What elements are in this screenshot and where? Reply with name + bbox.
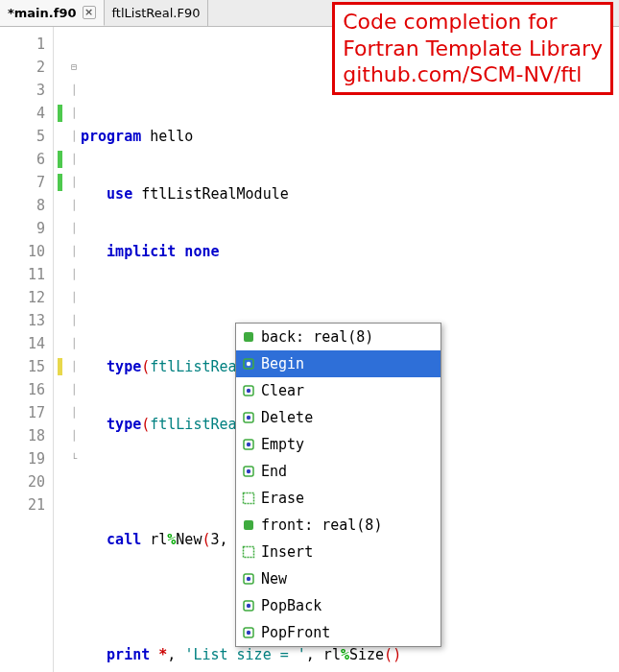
- kw-implicit: implicit none: [107, 243, 219, 260]
- completion-item[interactable]: front: real(8): [236, 512, 440, 539]
- line-number: 1: [0, 33, 53, 56]
- line-number: 11: [0, 263, 53, 286]
- svg-point-6: [247, 416, 250, 420]
- line-number: 18: [0, 424, 53, 447]
- line-number: 15: [0, 355, 53, 378]
- callout-line: github.com/SCM-NV/ftl: [343, 61, 603, 88]
- completion-label: End: [261, 463, 287, 480]
- completion-item[interactable]: Clear: [236, 377, 440, 404]
- line-number: 8: [0, 194, 53, 217]
- completion-item[interactable]: Insert: [236, 539, 440, 565]
- completion-item[interactable]: Begin: [236, 350, 440, 377]
- tab-label: *main.f90: [8, 6, 77, 20]
- svg-point-19: [247, 631, 250, 635]
- completion-label: Delete: [261, 409, 313, 426]
- completion-label: front: real(8): [261, 516, 382, 534]
- kw-program: program: [81, 128, 141, 145]
- line-number: 16: [0, 378, 53, 401]
- line-number: 5: [0, 125, 53, 148]
- completion-popup[interactable]: back: real(8)BeginClearDeleteEmptyEndEra…: [235, 323, 441, 647]
- line-number: 10: [0, 240, 53, 263]
- svg-rect-13: [244, 547, 254, 558]
- svg-rect-0: [244, 332, 253, 342]
- line-number: 14: [0, 332, 53, 355]
- completion-item[interactable]: Erase: [236, 485, 440, 512]
- svg-point-15: [247, 577, 250, 581]
- completion-item[interactable]: End: [236, 458, 440, 485]
- field-icon: [242, 330, 255, 344]
- svg-rect-12: [244, 520, 253, 530]
- completion-label: Empty: [261, 436, 304, 453]
- method-icon: [242, 465, 255, 478]
- line-number: 13: [0, 309, 53, 332]
- struct-icon: [242, 545, 255, 559]
- completion-label: Begin: [261, 355, 304, 372]
- completion-item[interactable]: PopBack: [236, 592, 440, 619]
- line-number: 17: [0, 401, 53, 424]
- line-number: 3: [0, 79, 53, 102]
- tab-label: ftlListReal.F90: [112, 6, 201, 20]
- method-icon: [242, 599, 255, 612]
- fold-gutter: ⊟ │ │ │ │ │ │ │ │ │ │ │ │ │ │ │ │ └: [67, 27, 81, 672]
- method-icon: [242, 411, 255, 424]
- tab-main[interactable]: *main.f90 ×: [0, 0, 105, 26]
- line-number: 9: [0, 217, 53, 240]
- completion-label: Clear: [261, 382, 304, 399]
- svg-point-4: [247, 389, 250, 393]
- completion-item[interactable]: Delete: [236, 404, 440, 431]
- line-number: 19: [0, 447, 53, 470]
- change-marker-icon: [58, 105, 62, 122]
- completion-label: Erase: [261, 490, 304, 507]
- completion-item[interactable]: New: [236, 565, 440, 592]
- svg-point-2: [247, 362, 250, 366]
- completion-label: Insert: [261, 543, 313, 561]
- method-icon: [242, 384, 255, 397]
- change-marker-icon: [58, 151, 62, 168]
- method-icon: [242, 438, 255, 451]
- line-number-gutter: 1 2 3 4 5 6 7 8 9 10 11 12 13 14 15 16 1…: [0, 27, 54, 672]
- completion-item[interactable]: Empty: [236, 431, 440, 458]
- change-markers: [54, 27, 67, 672]
- completion-label: PopBack: [261, 597, 321, 614]
- completion-label: back: real(8): [261, 328, 373, 346]
- callout-line: Fortran Template Library: [343, 36, 603, 62]
- kw-use: use: [107, 185, 132, 203]
- method-icon: [242, 626, 255, 639]
- completion-label: New: [261, 570, 287, 588]
- tab-ftllistreal[interactable]: ftlListReal.F90: [105, 0, 209, 26]
- completion-item[interactable]: back: real(8): [236, 324, 440, 350]
- line-number: 21: [0, 493, 53, 516]
- line-number: 12: [0, 286, 53, 309]
- line-number: 6: [0, 148, 53, 171]
- callout-line: Code completion for: [343, 9, 603, 36]
- line-number: 20: [0, 470, 53, 493]
- svg-point-10: [247, 469, 250, 473]
- svg-rect-11: [244, 493, 254, 504]
- field-icon: [242, 518, 255, 532]
- method-icon: [242, 357, 255, 371]
- method-icon: [242, 572, 255, 586]
- annotation-callout: Code completion for Fortran Template Lib…: [332, 2, 613, 95]
- svg-point-8: [247, 443, 250, 446]
- completion-item[interactable]: PopFront: [236, 619, 440, 646]
- close-icon[interactable]: ×: [83, 6, 96, 19]
- fold-toggle-icon[interactable]: ⊟: [67, 56, 81, 79]
- struct-icon: [242, 492, 255, 505]
- svg-point-17: [247, 604, 250, 608]
- change-marker-icon: [58, 358, 62, 375]
- line-number: 4: [0, 102, 53, 125]
- line-number: 7: [0, 171, 53, 194]
- change-marker-icon: [58, 174, 62, 191]
- line-number: 2: [0, 56, 53, 79]
- completion-label: PopFront: [261, 624, 330, 641]
